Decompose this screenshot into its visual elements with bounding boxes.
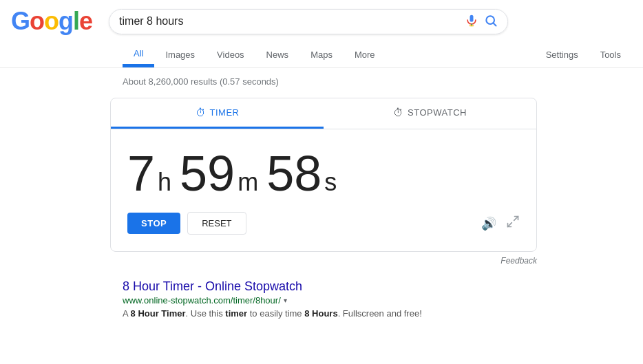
controls-right-icons: 🔊 [481,215,520,232]
nav-tabs: All Images Videos News Maps More Setting… [0,36,643,68]
stop-button[interactable]: STOP [127,213,180,234]
tab-videos[interactable]: Videos [206,43,255,67]
widget-tab-stopwatch[interactable]: ⏱ STOPWATCH [324,98,536,129]
result-description: A 8 Hour Timer. Use this timer to easily… [123,307,643,321]
tab-all[interactable]: All [123,41,154,67]
svg-rect-0 [470,14,474,21]
tab-more[interactable]: More [344,43,386,67]
stopwatch-tab-icon: ⏱ [393,107,403,118]
tab-maps[interactable]: Maps [299,43,344,67]
search-bar: timer 8 hours [109,9,508,34]
widget-tabs: ⏱ TIMER ⏱ STOPWATCH [111,98,536,129]
timer-controls: STOP RESET 🔊 [111,212,536,251]
feedback-row: Feedback [110,252,542,268]
minutes-unit: m [238,168,258,197]
feedback-link[interactable]: Feedback [500,256,537,266]
stopwatch-tab-label: STOPWATCH [408,107,467,118]
seconds-value: 58 [266,149,322,198]
widget-tab-timer[interactable]: ⏱ TIMER [111,98,324,129]
header: Google timer 8 hours [0,0,643,36]
hours-unit: h [158,168,171,197]
minutes-value: 59 [180,149,235,198]
result-url-text: www.online-stopwatch.com/timer/8hour/ [123,295,281,306]
volume-icon[interactable]: 🔊 [481,216,496,231]
google-logo[interactable]: Google [11,7,92,36]
tab-settings[interactable]: Settings [535,43,589,67]
search-input[interactable]: timer 8 hours [119,15,459,28]
reset-button[interactable]: RESET [187,212,246,235]
svg-line-3 [508,223,512,227]
timer-tab-icon: ⏱ [196,107,206,118]
timer-widget: ⏱ TIMER ⏱ STOPWATCH 7 h 59 m 58 s STOP R… [110,98,537,252]
search-result: 8 Hour Timer - Online Stopwatch www.onli… [123,279,643,321]
tab-images[interactable]: Images [154,43,206,67]
seconds-unit: s [324,168,337,197]
hours-value: 7 [127,149,155,198]
timer-display: 7 h 59 m 58 s [111,129,536,212]
timer-tab-label: TIMER [210,107,240,118]
nav-right: Settings Tools [535,43,643,67]
tab-tools[interactable]: Tools [589,43,632,67]
result-url-dropdown-icon[interactable]: ▾ [284,297,287,304]
search-icon[interactable] [484,14,498,30]
results-info: About 8,260,000 results (0.57 seconds) [0,68,643,92]
svg-line-2 [514,217,518,221]
fullscreen-icon[interactable] [506,215,520,232]
tab-news[interactable]: News [255,43,300,67]
result-url: www.online-stopwatch.com/timer/8hour/ ▾ [123,295,643,306]
mic-icon[interactable] [465,14,478,30]
result-title[interactable]: 8 Hour Timer - Online Stopwatch [123,279,302,293]
